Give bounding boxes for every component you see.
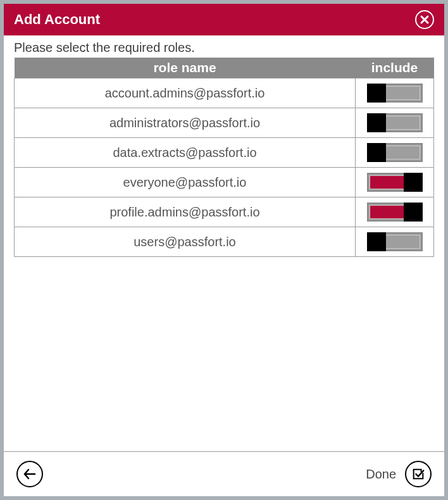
toggle-knob [367, 113, 386, 132]
done-button[interactable] [405, 461, 432, 487]
table-row: account.admins@passfort.io [15, 78, 434, 108]
roles-table: role name include account.admins@passfor… [14, 58, 434, 257]
include-cell [356, 227, 434, 257]
role-name-cell: users@passfort.io [15, 227, 356, 257]
role-name-cell: profile.admins@passfort.io [15, 197, 356, 227]
add-account-dialog: Add Account Please select the required r… [4, 4, 444, 496]
include-toggle[interactable] [367, 143, 423, 162]
check-box-icon [411, 467, 425, 481]
role-name-cell: administrators@passfort.io [15, 108, 356, 138]
toggle-knob [367, 232, 386, 251]
dialog-body: Please select the required roles. role n… [4, 35, 444, 451]
table-row: data.extracts@passfort.io [15, 138, 434, 168]
table-row: administrators@passfort.io [15, 108, 434, 138]
include-toggle[interactable] [367, 113, 423, 132]
include-cell [356, 197, 434, 227]
done-label: Done [366, 467, 396, 482]
table-row: profile.admins@passfort.io [15, 197, 434, 227]
table-header-row: role name include [15, 58, 434, 78]
include-cell [356, 168, 434, 197]
dialog-header: Add Account [4, 4, 444, 35]
include-toggle[interactable] [367, 173, 423, 192]
role-name-cell: everyone@passfort.io [15, 168, 356, 197]
dialog-footer: Done [4, 451, 444, 496]
role-name-cell: account.admins@passfort.io [15, 78, 356, 108]
toggle-knob [404, 173, 423, 192]
include-toggle[interactable] [367, 84, 423, 103]
instruction-text: Please select the required roles. [14, 41, 434, 55]
column-header-include: include [356, 58, 434, 78]
include-cell [356, 108, 434, 138]
dialog-title: Add Account [14, 11, 100, 28]
include-toggle[interactable] [367, 203, 423, 222]
role-name-cell: data.extracts@passfort.io [15, 138, 356, 168]
table-row: users@passfort.io [15, 227, 434, 257]
arrow-left-icon [22, 466, 37, 482]
toggle-knob [367, 143, 386, 162]
footer-right: Done [366, 461, 432, 487]
include-toggle[interactable] [367, 232, 423, 251]
table-row: everyone@passfort.io [15, 168, 434, 197]
include-cell [356, 78, 434, 108]
column-header-role: role name [15, 58, 356, 78]
toggle-knob [404, 203, 423, 222]
include-cell [356, 138, 434, 168]
toggle-knob [367, 84, 386, 103]
back-button[interactable] [16, 461, 43, 487]
close-icon [420, 15, 430, 25]
close-button[interactable] [415, 10, 434, 29]
